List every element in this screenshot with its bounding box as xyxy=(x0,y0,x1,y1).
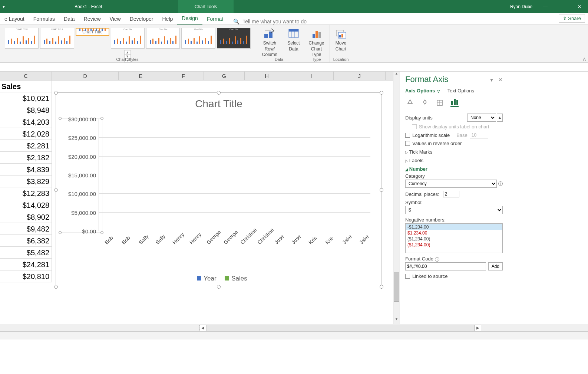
cell[interactable]: $12,283 xyxy=(0,187,52,199)
resize-handle[interactable] xyxy=(217,91,221,95)
gallery-up-icon[interactable]: ▲ xyxy=(125,50,131,55)
move-chart-button[interactable]: Move Chart xyxy=(332,26,350,53)
category-select[interactable]: Currency xyxy=(405,180,497,188)
scroll-right-icon[interactable]: ▶ xyxy=(475,325,481,331)
cell[interactable]: $9,482 xyxy=(0,223,52,235)
fill-icon[interactable] xyxy=(406,99,414,107)
chart-tools-tab[interactable]: Chart Tools xyxy=(178,0,234,13)
tab-text-options[interactable]: Text Options xyxy=(447,88,474,94)
cell[interactable]: $5,482 xyxy=(0,247,52,259)
chart-style-4[interactable]: Chart Title xyxy=(111,28,145,49)
col-H[interactable]: H xyxy=(245,72,289,80)
neg-opt[interactable]: $1,234.00 xyxy=(406,230,502,236)
info-icon[interactable]: i xyxy=(435,257,439,262)
resize-handle[interactable] xyxy=(380,285,383,289)
section-labels[interactable]: Labels xyxy=(405,158,503,163)
section-number[interactable]: Number xyxy=(405,166,503,172)
tab-axis-options[interactable]: Axis Options ▽ xyxy=(405,88,440,94)
log-base-input[interactable] xyxy=(470,132,488,138)
pane-close-icon[interactable]: ✕ xyxy=(498,77,503,83)
col-E[interactable]: E xyxy=(119,72,163,80)
tab-data[interactable]: Data xyxy=(59,13,79,24)
collapse-ribbon-icon[interactable]: ⋀ xyxy=(583,57,586,61)
cell[interactable]: $24,281 xyxy=(0,259,52,270)
ribbon-options-icon[interactable]: ▭ xyxy=(520,0,537,13)
share-button[interactable]: ⇪ Share xyxy=(559,14,585,23)
col-I[interactable]: I xyxy=(289,72,334,80)
resize-handle[interactable] xyxy=(380,188,383,192)
display-units-select[interactable]: None xyxy=(467,114,496,122)
reverse-order-checkbox[interactable] xyxy=(405,141,410,146)
tab-design[interactable]: Design xyxy=(177,13,202,24)
chart-style-6[interactable]: Chart Title xyxy=(181,28,215,49)
tab-developer[interactable]: Developer xyxy=(125,13,158,24)
add-button[interactable]: Add xyxy=(488,262,503,270)
info-icon[interactable]: i xyxy=(498,181,503,186)
neg-opt[interactable]: -$1,234.00 xyxy=(406,224,502,230)
tab-help[interactable]: Help xyxy=(158,13,177,24)
resize-handle[interactable] xyxy=(54,188,58,192)
select-data-button[interactable]: Select Data xyxy=(284,26,303,59)
tab-review[interactable]: Review xyxy=(79,13,105,24)
cell[interactable]: $8,948 xyxy=(0,104,52,116)
chart-object[interactable]: Chart Title $30,000.00$25,000.00$20,000.… xyxy=(56,92,382,287)
effects-icon[interactable] xyxy=(421,99,429,107)
vertical-scrollbar[interactable]: ▲ ▼ xyxy=(393,72,400,324)
neg-opt[interactable]: ($1,234.00) xyxy=(406,242,502,248)
cell[interactable]: $4,839 xyxy=(0,164,52,175)
formula-bar[interactable] xyxy=(0,63,588,72)
scroll-left-icon[interactable]: ◀ xyxy=(199,325,206,331)
column-headers[interactable]: C D E F G H I J xyxy=(0,72,393,81)
cell[interactable]: $8,902 xyxy=(0,211,52,223)
change-chart-type-button[interactable]: Change Chart Type xyxy=(303,26,330,59)
resize-handle[interactable] xyxy=(54,91,58,95)
tab-layout[interactable]: e Layout xyxy=(0,13,29,24)
scrollbar-thumb[interactable] xyxy=(394,272,399,302)
col-J[interactable]: J xyxy=(334,72,386,80)
resize-handle[interactable] xyxy=(54,285,58,289)
col-D[interactable]: D xyxy=(52,72,119,80)
tab-view[interactable]: View xyxy=(105,13,125,24)
decimal-places-input[interactable] xyxy=(443,191,459,197)
col-C[interactable]: C xyxy=(0,72,52,80)
chart-style-5[interactable]: Chart Title xyxy=(146,28,180,49)
horizontal-scrollbar[interactable]: ⋮ ◀ ▶ xyxy=(0,324,588,331)
size-icon[interactable] xyxy=(436,99,444,107)
cell[interactable]: $14,028 xyxy=(0,199,52,211)
cell[interactable]: $12,028 xyxy=(0,128,52,140)
close-icon[interactable]: ✕ xyxy=(571,0,588,13)
plot-area[interactable]: $30,000.00$25,000.00$20,000.00$15,000.00… xyxy=(99,119,370,231)
section-tick-marks[interactable]: Tick Marks xyxy=(405,149,503,155)
tab-format[interactable]: Format xyxy=(202,13,228,24)
cell[interactable]: $10,021 xyxy=(0,92,52,104)
col-F[interactable]: F xyxy=(163,72,204,80)
cell[interactable]: $6,382 xyxy=(0,235,52,247)
cell[interactable]: $2,281 xyxy=(0,140,52,152)
pane-menu-icon[interactable]: ▼ xyxy=(489,78,494,83)
maximize-icon[interactable]: ☐ xyxy=(554,0,571,13)
axis-options-icon[interactable] xyxy=(450,99,459,107)
qat-dropdown[interactable]: ▾ xyxy=(0,4,7,9)
cell[interactable]: $14,203 xyxy=(0,116,52,128)
resize-handle[interactable] xyxy=(217,285,221,289)
chart-style-7[interactable]: Chart Title xyxy=(217,28,251,49)
symbol-select[interactable]: $ xyxy=(405,206,503,214)
log-scale-checkbox[interactable] xyxy=(405,133,410,138)
chart-style-3[interactable]: Chart Title xyxy=(76,28,109,36)
col-G[interactable]: G xyxy=(204,72,245,80)
linked-checkbox[interactable] xyxy=(405,274,410,279)
switch-row-column-button[interactable]: Switch Row/ Column xyxy=(255,26,284,59)
tell-me-input[interactable]: Tell me what you want to do xyxy=(242,19,307,24)
tab-formulas[interactable]: Formulas xyxy=(29,13,59,24)
chart-styles-gallery[interactable]: CHART TITLE CHART TITLE Chart Title Char… xyxy=(4,28,251,49)
resize-handle[interactable] xyxy=(380,91,383,95)
chart-style-1[interactable]: CHART TITLE xyxy=(5,28,39,49)
spin-up-icon[interactable]: ▲ xyxy=(497,114,503,122)
cell[interactable]: $3,829 xyxy=(0,175,52,187)
minimize-icon[interactable]: — xyxy=(537,0,554,13)
cell-header-sales[interactable]: Sales xyxy=(0,81,52,92)
neg-opt[interactable]: ($1,234.00) xyxy=(406,236,502,242)
negative-numbers-list[interactable]: -$1,234.00 $1,234.00 ($1,234.00) ($1,234… xyxy=(405,223,503,253)
cell[interactable]: $20,810 xyxy=(0,270,52,282)
format-code-input[interactable] xyxy=(405,262,486,270)
